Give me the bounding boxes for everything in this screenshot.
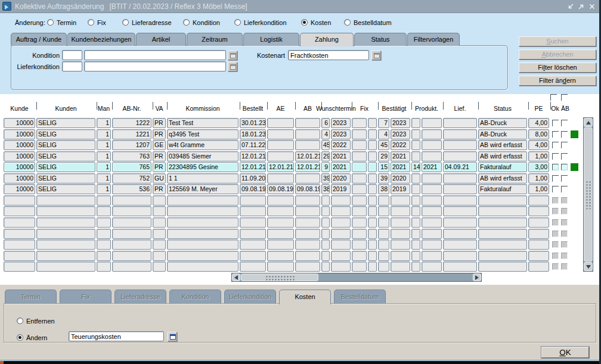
- cell-va[interactable]: [153, 251, 166, 261]
- cell-best_yr[interactable]: 2021: [391, 162, 410, 172]
- cell-kunden[interactable]: SELIG: [36, 118, 95, 128]
- cell-best_yr[interactable]: [391, 206, 410, 216]
- cell-ae[interactable]: [267, 195, 294, 206]
- detail-tab-bestelldatum[interactable]: Bestelldatum: [334, 290, 386, 303]
- cell-best_wk[interactable]: 45: [378, 140, 389, 150]
- cell-ae[interactable]: [267, 173, 294, 183]
- cell-kunde[interactable]: [4, 239, 35, 250]
- cell-prod_yr[interactable]: [422, 195, 442, 206]
- cell-prod_yr[interactable]: [422, 239, 442, 250]
- cell-best_wk[interactable]: 29: [378, 151, 389, 161]
- cell-status[interactable]: [478, 217, 527, 228]
- cell-ab[interactable]: 12.01.21: [295, 151, 320, 161]
- cell-best_wk[interactable]: 15: [378, 162, 389, 172]
- cell-prod_wk[interactable]: [411, 118, 420, 128]
- cell-kunden[interactable]: SELIG: [36, 129, 95, 139]
- cell-pe[interactable]: [528, 239, 549, 250]
- suchen-button[interactable]: Suchen: [519, 36, 596, 46]
- cell-best_yr[interactable]: [391, 195, 410, 206]
- cell-lief[interactable]: [443, 206, 477, 216]
- cell-wt_wk[interactable]: [321, 251, 330, 261]
- cell-ab_nr[interactable]: 1207: [112, 140, 151, 150]
- cell-pe[interactable]: 1,00: [528, 184, 549, 194]
- cell-lief[interactable]: [443, 262, 477, 272]
- vertical-scrollbar[interactable]: [583, 117, 593, 272]
- tab-kundenbeziehungen[interactable]: Kundenbeziehungen: [67, 33, 135, 46]
- cell-lief[interactable]: [443, 229, 477, 239]
- ok-checkbox[interactable]: [552, 186, 559, 192]
- cell-prod_wk[interactable]: [411, 217, 420, 228]
- cell-best_wk[interactable]: 4: [378, 129, 389, 139]
- cell-prod_wk[interactable]: [411, 195, 420, 206]
- cell-bestellt[interactable]: 30.01.23: [240, 118, 266, 128]
- cell-fix_b[interactable]: [368, 206, 377, 216]
- cell-best_wk[interactable]: [378, 195, 389, 206]
- cell-prod_yr[interactable]: [422, 184, 442, 194]
- cell-man[interactable]: 1: [97, 162, 111, 172]
- cell-prod_yr[interactable]: [422, 129, 442, 139]
- cell-bestellt[interactable]: [240, 206, 266, 216]
- cell-wt_wk[interactable]: 6: [321, 118, 330, 128]
- cell-va[interactable]: PR: [153, 118, 166, 128]
- cell-kunde[interactable]: [4, 217, 35, 228]
- detail-tab-fix[interactable]: Fix: [60, 290, 111, 303]
- cell-lief[interactable]: 04.09.21: [443, 162, 477, 172]
- cell-ab_nr[interactable]: 1221: [112, 129, 151, 139]
- cell-man[interactable]: [97, 262, 111, 272]
- cell-kunde[interactable]: 10000: [4, 151, 35, 161]
- cell-lief[interactable]: [443, 118, 477, 128]
- scroll-left-icon[interactable]: [232, 273, 240, 281]
- cell-ae[interactable]: [267, 217, 294, 228]
- horizontal-scrollbar[interactable]: [231, 273, 482, 282]
- radio-option-lieferadresse[interactable]: Lieferadresse: [122, 18, 172, 27]
- aeb-checkbox[interactable]: [561, 197, 568, 204]
- cell-ab[interactable]: 09.08.19: [295, 184, 320, 194]
- cell-kunde[interactable]: 10000: [4, 140, 35, 150]
- cell-status[interactable]: [478, 262, 527, 272]
- ok-checkbox[interactable]: [552, 208, 559, 214]
- aeb-checkbox[interactable]: [561, 219, 568, 226]
- cell-ae[interactable]: [267, 239, 294, 250]
- cell-prod_wk[interactable]: [411, 140, 420, 150]
- filter-aendern-button[interactable]: Filter ändern: [519, 76, 596, 86]
- cell-lief[interactable]: [443, 217, 477, 228]
- cell-kommission[interactable]: 125569 M. Meyer: [167, 184, 238, 194]
- cell-lief[interactable]: [443, 173, 477, 183]
- cell-man[interactable]: [97, 195, 111, 206]
- cell-man[interactable]: 1: [97, 140, 111, 150]
- cell-kunden[interactable]: [36, 217, 95, 228]
- radio-option-termin[interactable]: Termin: [47, 18, 76, 27]
- cell-prod_yr[interactable]: 2021: [422, 162, 442, 172]
- cell-best_wk[interactable]: [378, 262, 389, 272]
- cell-fix_a[interactable]: [352, 262, 367, 272]
- cell-bestellt[interactable]: 12.01.21: [240, 151, 266, 161]
- cell-status[interactable]: Fakturalauf: [478, 184, 527, 194]
- cell-va[interactable]: [153, 262, 166, 272]
- cell-lief[interactable]: [443, 195, 477, 206]
- cell-kommission[interactable]: [167, 262, 238, 272]
- ok-checkbox[interactable]: [552, 131, 559, 138]
- cell-best_yr[interactable]: [391, 262, 410, 272]
- cell-ab[interactable]: [295, 229, 320, 239]
- aeb-checkbox[interactable]: [561, 175, 568, 182]
- cell-pe[interactable]: [528, 229, 549, 239]
- cell-ae[interactable]: [267, 140, 294, 150]
- cell-status[interactable]: AB-Druck: [478, 118, 527, 128]
- cell-prod_wk[interactable]: [411, 262, 420, 272]
- cell-prod_yr[interactable]: [422, 262, 442, 272]
- cell-pe[interactable]: [528, 251, 549, 261]
- tab-status[interactable]: Status: [354, 33, 407, 46]
- cell-wt_yr[interactable]: [331, 239, 351, 250]
- cell-fix_a[interactable]: [352, 239, 367, 250]
- cell-pe[interactable]: [528, 262, 549, 272]
- cell-kommission[interactable]: [167, 251, 238, 261]
- cell-ab_nr[interactable]: 765: [112, 162, 151, 172]
- cell-man[interactable]: [97, 217, 111, 228]
- cell-kommission[interactable]: w4t Gramme: [167, 140, 238, 150]
- cell-kunden[interactable]: SELIG: [36, 151, 95, 161]
- scroll-down-icon[interactable]: [584, 262, 593, 271]
- radio-fix[interactable]: [88, 19, 94, 26]
- cell-wt_wk[interactable]: 38: [321, 184, 330, 194]
- cell-man[interactable]: [97, 239, 111, 250]
- cell-va[interactable]: [153, 206, 166, 216]
